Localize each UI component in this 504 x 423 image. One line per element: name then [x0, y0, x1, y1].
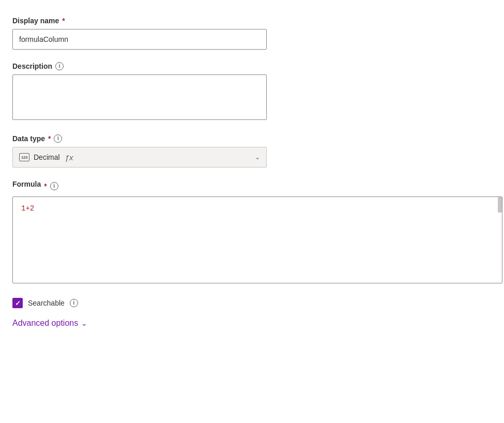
data-type-label: Data type * i [12, 134, 492, 143]
formula-required: * [44, 182, 47, 190]
checkmark-icon: ✓ [15, 299, 21, 307]
description-label: Description i [12, 62, 492, 70]
description-label-text: Description [12, 62, 52, 70]
searchable-checkbox[interactable]: ✓ [12, 298, 23, 308]
data-type-select-wrapper: 123 Decimal ƒx ⌄ [12, 147, 267, 168]
display-name-label: Display name * [12, 17, 492, 25]
searchable-group: ✓ Searchable i [12, 298, 492, 308]
data-type-info-icon[interactable]: i [54, 134, 62, 143]
formula-label-row: Formula * i [12, 180, 492, 192]
display-name-required: * [62, 17, 65, 25]
advanced-options-chevron-icon: ⌄ [81, 319, 87, 327]
data-type-label-text: Data type [12, 134, 45, 143]
data-type-display-left: 123 Decimal ƒx [19, 153, 73, 162]
display-name-input[interactable] [12, 29, 267, 50]
formula-field: Formula * i 1+2 [12, 180, 492, 285]
display-name-field: Display name * [12, 17, 492, 50]
searchable-info-icon[interactable]: i [70, 299, 78, 307]
advanced-options-link[interactable]: Advanced options ⌄ [12, 319, 492, 328]
formula-info-icon[interactable]: i [50, 182, 58, 190]
formula-scrollbar [498, 197, 502, 213]
data-type-selected-label: Decimal [34, 153, 60, 161]
formula-area-wrapper: 1+2 [12, 197, 502, 285]
data-type-required: * [48, 134, 51, 143]
formula-textarea[interactable]: 1+2 [12, 197, 502, 283]
datatype-icon: 123 [19, 153, 29, 161]
data-type-dropdown[interactable]: 123 Decimal ƒx ⌄ [12, 147, 267, 168]
data-type-chevron-icon: ⌄ [255, 154, 260, 161]
description-info-icon[interactable]: i [55, 62, 64, 70]
advanced-options-label: Advanced options [12, 319, 78, 328]
description-textarea[interactable] [12, 74, 267, 120]
fx-icon: ƒx [65, 153, 73, 162]
display-name-label-text: Display name [12, 17, 59, 25]
searchable-label: Searchable [28, 299, 65, 307]
formula-label-text: Formula [12, 180, 41, 188]
description-field: Description i [12, 62, 492, 122]
data-type-field: Data type * i 123 Decimal ƒx ⌄ [12, 134, 492, 168]
form-container: Display name * Description i Data type *… [12, 17, 492, 328]
